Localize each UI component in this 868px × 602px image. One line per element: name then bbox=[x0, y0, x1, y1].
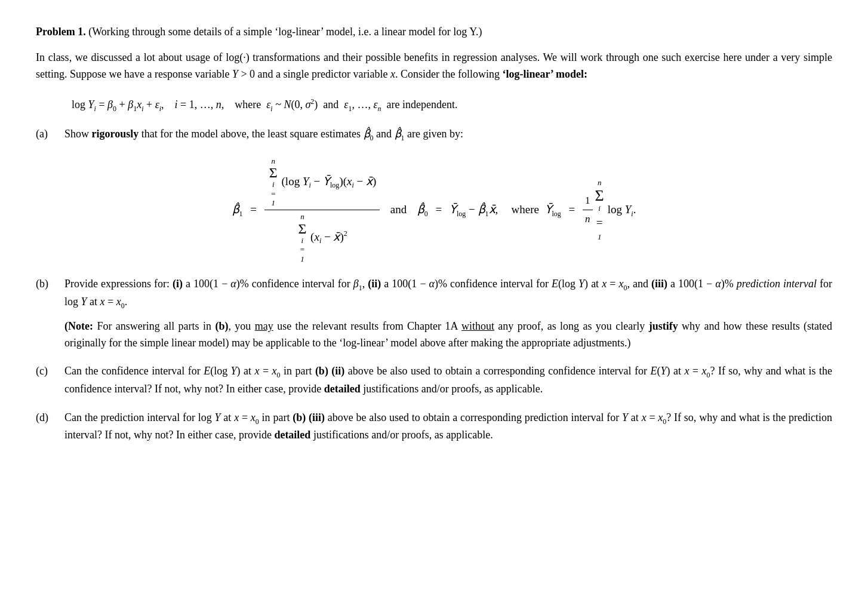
part-a: (a) Show rigorously that for the model a… bbox=[36, 126, 832, 264]
formula-beta-hats: β̂1 = n Σ i=1 (log Yi − Ȳlog)(xi − x̄) … bbox=[36, 156, 832, 265]
part-d-label: (d) bbox=[36, 410, 64, 426]
part-c-label: (c) bbox=[36, 363, 64, 379]
part-b-label: (b) bbox=[36, 276, 64, 292]
main-equation: log Yi = β0 + β1xi + εi, i = 1, …, n, wh… bbox=[72, 94, 832, 116]
part-b: (b) Provide expressions for: (i) a 100(1… bbox=[36, 276, 832, 351]
part-b-note: (Note: For answering all parts in (b), y… bbox=[64, 318, 832, 352]
part-a-label: (a) bbox=[36, 126, 64, 142]
problem-title: Problem 1. (Working through some details… bbox=[36, 24, 832, 40]
part-d: (d) Can the prediction interval for log … bbox=[36, 410, 832, 444]
part-a-content: Show rigorously that for the model above… bbox=[64, 126, 832, 143]
part-b-content: Provide expressions for: (i) a 100(1 − α… bbox=[64, 276, 832, 311]
part-c-content: Can the confidence interval for E(log Y)… bbox=[64, 363, 832, 397]
intro-paragraph: In class, we discussed a lot about usage… bbox=[36, 50, 832, 83]
part-c: (c) Can the confidence interval for E(lo… bbox=[36, 363, 832, 397]
part-d-content: Can the prediction interval for log Y at… bbox=[64, 410, 832, 444]
